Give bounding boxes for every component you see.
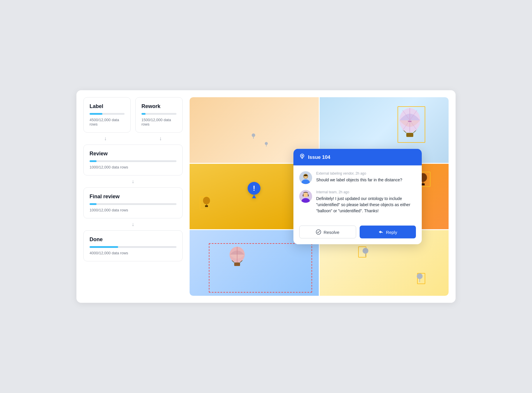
- stage-title-rework: Rework: [141, 103, 176, 109]
- reply-button-label: Reply: [386, 229, 397, 234]
- progress-bar-bg-done: [90, 246, 176, 248]
- progress-bar-bg-rework: [141, 113, 176, 115]
- comment-time-2: 2h ago: [339, 190, 349, 194]
- issue-body: External labeling vendor, 2h ago Should …: [293, 166, 422, 226]
- exclamation-pin-container: !: [247, 182, 261, 201]
- double-arrow-connector: ↓ ↓: [83, 133, 183, 145]
- issue-header: Issue 104: [293, 149, 422, 166]
- pin-bottom-right-2: [416, 273, 423, 283]
- stage-count-done: 4000/12,000 data rows: [90, 251, 176, 255]
- progress-bar-fill-rework: [141, 113, 146, 115]
- svg-rect-18: [234, 262, 240, 266]
- svg-point-0: [252, 133, 255, 137]
- svg-rect-15: [421, 183, 425, 185]
- reply-button[interactable]: Reply: [360, 226, 416, 239]
- svg-point-10: [203, 197, 210, 204]
- svg-point-32: [303, 193, 308, 197]
- left-panel: Label 4500/12,000 data rows Rework 1500/…: [83, 97, 183, 296]
- comment-content-1: External labeling vendor, 2h ago Should …: [316, 171, 402, 184]
- progress-bar-fill-done: [90, 246, 118, 248]
- stage-title-review: Review: [90, 151, 176, 157]
- pin-icon-2: [265, 142, 268, 147]
- resolve-button[interactable]: Resolve: [299, 226, 356, 239]
- progress-bar-fill-final-review: [90, 203, 97, 205]
- arrow-connector-1: ↓: [83, 175, 183, 187]
- stage-count-review: 1000/12,000 data rows: [90, 165, 176, 169]
- stage-card-final-review: Final review 1000/12,000 data rows: [83, 187, 183, 218]
- balloon-bottom-left: [228, 246, 246, 270]
- comment-content-2: Internal team, 2h ago Definitely! I just…: [316, 190, 416, 214]
- stage-title-label: Label: [90, 103, 125, 109]
- svg-point-24: [302, 155, 303, 156]
- balloon-small-yellow: [202, 196, 211, 208]
- bbox-balloon-top-right: [398, 106, 425, 143]
- avatar-female-svg: [299, 190, 312, 203]
- issue-popup: Issue 104: [293, 149, 422, 244]
- arrow-down-1: ↓: [132, 178, 134, 185]
- comment-separator-2: ,: [337, 190, 339, 194]
- location-svg: [299, 154, 305, 159]
- exclamation-pin-icon: !: [247, 182, 261, 199]
- stage-count-label: 4500/12,000 data rows: [90, 118, 125, 126]
- arrow-connector-2: ↓: [83, 218, 183, 230]
- stage-count-final-review: 1000/12,000 data rows: [90, 208, 176, 212]
- reply-icon: [378, 229, 384, 235]
- stage-title-done: Done: [90, 237, 176, 243]
- avatar-1: [299, 171, 312, 184]
- issue-title: Issue 104: [308, 154, 330, 160]
- resolve-icon: [316, 229, 321, 235]
- stage-count-rework: 1500/12,000 data rows: [141, 118, 176, 126]
- pin-bottom-right: [362, 248, 369, 257]
- comment-author-2: Internal team: [316, 190, 337, 194]
- progress-bar-bg-label: [90, 113, 125, 115]
- stage-card-label: Label 4500/12,000 data rows: [83, 97, 131, 133]
- arrow-down-rework: ↓: [159, 135, 162, 142]
- svg-point-22: [417, 273, 423, 279]
- comment-block-2: Internal team, 2h ago Definitely! I just…: [299, 190, 416, 214]
- right-panel: logo !: [190, 97, 449, 296]
- comment-text-1: Should we label objects this far in the …: [316, 177, 402, 183]
- comment-author-1: External labeling vendor: [316, 171, 354, 175]
- comment-meta-2: Internal team, 2h ago: [316, 190, 416, 194]
- comment-separator-1: ,: [354, 171, 356, 175]
- pin-icon-1: [251, 133, 256, 139]
- pipeline-top-row: Label 4500/12,000 data rows Rework 1500/…: [83, 97, 183, 133]
- stage-card-done: Done 4000/12,000 data rows: [83, 230, 183, 261]
- resolve-button-label: Resolve: [323, 229, 339, 234]
- main-container: Label 4500/12,000 data rows Rework 1500/…: [76, 90, 456, 303]
- stage-title-final-review: Final review: [90, 194, 176, 200]
- comment-block-1: External labeling vendor, 2h ago Should …: [299, 171, 416, 184]
- svg-point-21: [363, 248, 368, 254]
- avatar-2: [299, 190, 312, 203]
- comment-text-2: Definitely! I just updated our ontology …: [316, 196, 416, 214]
- progress-bar-bg-final-review: [90, 203, 176, 205]
- svg-text:!: !: [253, 184, 255, 192]
- svg-rect-11: [205, 205, 208, 207]
- progress-bar-bg-review: [90, 160, 176, 162]
- progress-bar-fill-review: [90, 160, 97, 162]
- arrow-down-label: ↓: [104, 135, 107, 142]
- comment-meta-1: External labeling vendor, 2h ago: [316, 171, 402, 175]
- issue-actions: Resolve Reply: [293, 226, 422, 244]
- progress-bar-fill-label: [90, 113, 102, 115]
- stage-card-rework: Rework 1500/12,000 data rows: [135, 97, 183, 133]
- avatar-male-svg: [299, 171, 312, 184]
- stage-card-review: Review 1000/12,000 data rows: [83, 145, 183, 175]
- location-icon: [299, 154, 305, 161]
- svg-point-1: [265, 142, 267, 145]
- arrow-down-2: ↓: [132, 221, 134, 227]
- bbox-balloon-bottom-left: [209, 243, 312, 293]
- comment-time-1: 2h ago: [356, 171, 366, 175]
